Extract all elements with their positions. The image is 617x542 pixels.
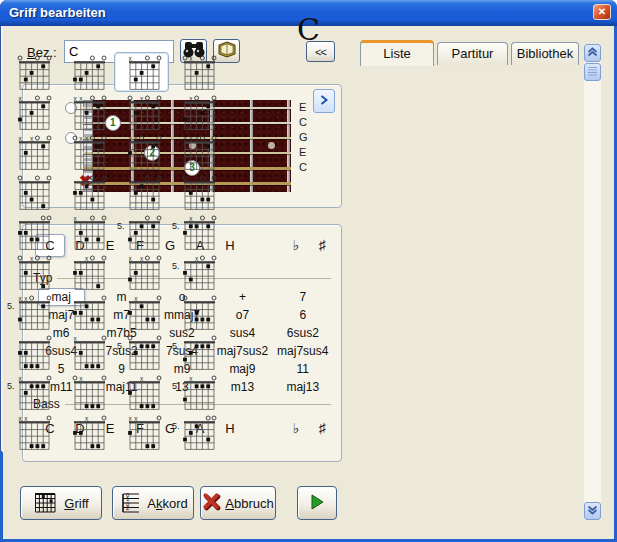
typ-option-11[interactable]: 11 bbox=[273, 360, 333, 378]
svg-text:5.: 5. bbox=[117, 221, 125, 231]
chord-diagram-21[interactable]: x bbox=[4, 252, 59, 292]
chord-list-heading: C bbox=[0, 12, 224, 47]
svg-text:x: x bbox=[139, 375, 143, 382]
chord-diagram-26[interactable] bbox=[59, 292, 114, 332]
svg-text:x: x bbox=[194, 255, 198, 262]
typ-option-6sus2[interactable]: 6sus2 bbox=[273, 324, 333, 342]
griff-button[interactable]: Griff bbox=[20, 486, 102, 520]
svg-text:x: x bbox=[128, 415, 132, 422]
chord-diagram-16[interactable] bbox=[169, 172, 224, 212]
svg-text:x: x bbox=[139, 95, 143, 102]
chord-diagram-34[interactable]: x bbox=[59, 372, 114, 412]
chord-diagram-8[interactable]: x bbox=[169, 92, 224, 132]
chord-diagram-27[interactable]: x bbox=[114, 292, 169, 332]
chevron-up-icon bbox=[586, 44, 599, 62]
svg-text:x: x bbox=[24, 415, 28, 422]
chord-diagram-29[interactable] bbox=[4, 332, 59, 372]
akkord-label: Akkord bbox=[147, 496, 187, 511]
svg-text:x: x bbox=[18, 95, 22, 102]
svg-text:x: x bbox=[18, 375, 22, 382]
scroll-thumb[interactable] bbox=[584, 63, 601, 81]
chord-diagram-24[interactable]: 5.x bbox=[169, 252, 224, 292]
svg-text:x: x bbox=[183, 135, 187, 142]
scroll-down-button[interactable] bbox=[584, 502, 601, 520]
chord-diagram-39[interactable]: xx bbox=[114, 412, 169, 452]
chord-diagram-6[interactable]: xx bbox=[59, 92, 114, 132]
chord-grid-icon bbox=[33, 491, 57, 516]
string-label: C bbox=[299, 116, 315, 128]
chord-diagram-13[interactable] bbox=[4, 172, 59, 212]
chord-diagram-19[interactable]: 5. bbox=[114, 212, 169, 252]
typ-option-7[interactable]: 7 bbox=[273, 288, 333, 306]
chord-diagram-7[interactable]: x bbox=[114, 92, 169, 132]
typ-option-6[interactable]: 6 bbox=[273, 306, 333, 324]
chord-diagram-12[interactable]: xxx bbox=[169, 132, 224, 172]
chord-diagram-22[interactable]: x bbox=[59, 252, 114, 292]
svg-text:x: x bbox=[189, 95, 193, 102]
string-label: C bbox=[299, 161, 315, 173]
chord-diagram-38[interactable]: x bbox=[59, 412, 114, 452]
red-x-icon bbox=[202, 492, 221, 514]
chord-diagram-14[interactable] bbox=[59, 172, 114, 212]
svg-text:x: x bbox=[139, 255, 143, 262]
chord-diagram-23[interactable]: xx bbox=[114, 252, 169, 292]
abbruch-button[interactable]: Abbruch bbox=[200, 486, 276, 520]
svg-text:x: x bbox=[189, 55, 193, 62]
chord-diagram-11[interactable]: xx bbox=[114, 132, 169, 172]
collapse-label: << bbox=[315, 46, 326, 58]
chord-diagram-28[interactable] bbox=[169, 292, 224, 332]
akkord-button[interactable]: 0102 Akkord bbox=[112, 486, 194, 520]
abbruch-label: Abbruch bbox=[225, 496, 273, 511]
chord-diagram-4[interactable]: x bbox=[169, 52, 224, 92]
chord-diagram-1[interactable] bbox=[4, 52, 59, 92]
chord-diagram-20[interactable]: 5.x bbox=[169, 212, 224, 252]
svg-text:x: x bbox=[84, 255, 88, 262]
chord-diagram-2[interactable] bbox=[59, 52, 114, 92]
bass-flat-button[interactable]: ♭ bbox=[283, 420, 309, 436]
svg-text:x: x bbox=[134, 295, 138, 302]
chord-diagram-33[interactable]: 5.x bbox=[4, 372, 59, 412]
tab-liste[interactable]: Liste bbox=[360, 40, 434, 66]
root-flat-button[interactable]: ♭ bbox=[283, 237, 309, 253]
svg-text:x: x bbox=[73, 95, 77, 102]
chord-diagram-35[interactable]: x bbox=[114, 372, 169, 412]
chord-list-scrollbar[interactable] bbox=[584, 44, 601, 520]
chord-diagram-15[interactable]: x bbox=[114, 172, 169, 212]
svg-text:x: x bbox=[73, 215, 77, 222]
grip-lines-icon bbox=[586, 63, 599, 81]
chord-diagram-5[interactable]: x bbox=[4, 92, 59, 132]
chord-diagram-17[interactable] bbox=[4, 212, 59, 252]
fret-wire bbox=[250, 100, 253, 192]
scroll-up-button[interactable] bbox=[584, 44, 601, 62]
chord-diagram-40[interactable]: 5. bbox=[169, 412, 224, 452]
svg-text:5.: 5. bbox=[7, 301, 15, 311]
typ-option-maj7sus4[interactable]: maj7sus4 bbox=[273, 342, 333, 360]
chord-diagram-18[interactable]: x bbox=[59, 212, 114, 252]
chevron-right-icon bbox=[318, 92, 330, 110]
chord-diagram-9[interactable]: xx bbox=[4, 132, 59, 172]
chord-diagram-30[interactable]: x bbox=[59, 332, 114, 372]
root-sharp-button[interactable]: ♯ bbox=[309, 237, 335, 253]
inlay-dot bbox=[268, 142, 275, 149]
svg-text:x: x bbox=[29, 135, 33, 142]
svg-text:x: x bbox=[84, 135, 88, 142]
play-button[interactable] bbox=[297, 486, 337, 520]
expand-button[interactable] bbox=[313, 89, 335, 113]
svg-text:x: x bbox=[79, 135, 83, 142]
typ-option-maj13[interactable]: maj13 bbox=[273, 378, 333, 396]
chord-diagram-37[interactable]: xx bbox=[4, 412, 59, 452]
chevron-down-icon bbox=[586, 502, 599, 520]
svg-text:5.: 5. bbox=[7, 381, 15, 391]
chord-diagram-36[interactable]: 5.x bbox=[169, 372, 224, 412]
bass-sharp-button[interactable]: ♯ bbox=[309, 420, 335, 436]
chord-diagram-3[interactable]: x bbox=[114, 52, 169, 92]
svg-text:x: x bbox=[189, 215, 193, 222]
svg-text:x: x bbox=[84, 415, 88, 422]
svg-text:x: x bbox=[79, 95, 83, 102]
svg-text:5.: 5. bbox=[172, 261, 180, 271]
chord-diagram-32[interactable]: 5. bbox=[169, 332, 224, 372]
chord-diagram-31[interactable]: 5. bbox=[114, 332, 169, 372]
svg-text:x: x bbox=[128, 55, 132, 62]
chord-diagram-10[interactable]: xx bbox=[59, 132, 114, 172]
chord-diagram-25[interactable]: 5.xx bbox=[4, 292, 59, 332]
